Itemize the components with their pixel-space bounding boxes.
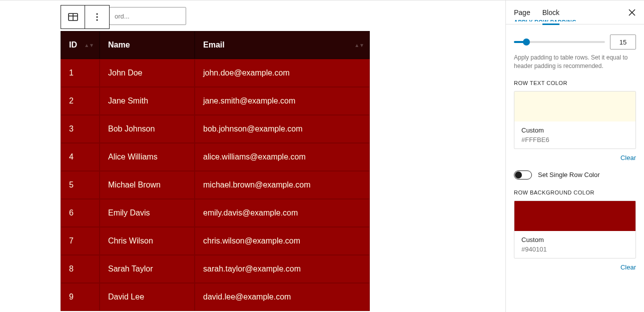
cell-name[interactable]: Michael Brown xyxy=(100,171,195,199)
cell-id[interactable]: 4 xyxy=(61,143,100,171)
svg-point-5 xyxy=(96,19,98,20)
cell-id[interactable]: 7 xyxy=(61,227,100,255)
cell-name[interactable]: Bob Johnson xyxy=(100,115,195,143)
row-padding-heading: APPLY ROW PADDING xyxy=(514,18,636,22)
col-header-id-label: ID xyxy=(69,40,77,49)
row-bg-color-hex: #940101 xyxy=(521,246,628,253)
table-row: 5Michael Brownmichael.brown@example.com xyxy=(61,171,370,199)
col-header-name-label: Name xyxy=(108,40,130,49)
row-text-color-meta: Custom #FFFBE6 xyxy=(514,122,635,148)
table-row: 7Chris Wilsonchris.wilson@example.com xyxy=(61,227,370,255)
table-row: 1John Doejohn.doe@example.com xyxy=(61,59,370,87)
custom-label: Custom xyxy=(521,236,628,244)
search-placeholder: ord... xyxy=(115,12,130,20)
row-bg-color-picker[interactable]: Custom #940101 xyxy=(514,200,636,258)
cell-email[interactable]: emily.davis@example.com xyxy=(195,199,370,227)
kebab-icon xyxy=(91,11,103,23)
svg-point-3 xyxy=(96,13,98,14)
close-icon xyxy=(627,8,637,18)
cell-name[interactable]: Sarah Taylor xyxy=(100,255,195,283)
table-row: 9David Leedavid.lee@example.com xyxy=(61,283,370,311)
cell-id[interactable]: 8 xyxy=(61,255,100,283)
row-padding-input[interactable]: 15 xyxy=(610,34,636,50)
row-bg-color-clear[interactable]: Clear xyxy=(620,264,636,271)
cell-id[interactable]: 5 xyxy=(61,171,100,199)
row-padding-help: Apply padding to table rows. Set it equa… xyxy=(514,54,636,71)
cell-name[interactable]: David Lee xyxy=(100,283,195,311)
block-toolbar xyxy=(61,5,110,29)
single-row-color-row: Set Single Row Color xyxy=(514,170,636,180)
cell-id[interactable]: 3 xyxy=(61,115,100,143)
row-padding-slider[interactable] xyxy=(514,41,605,43)
table-row: 8Sarah Taylorsarah.taylor@example.com xyxy=(61,255,370,283)
col-header-email-label: Email xyxy=(203,40,225,49)
cell-name[interactable]: Emily Davis xyxy=(100,199,195,227)
table-row: 6Emily Davisemily.davis@example.com xyxy=(61,199,370,227)
table-header-row: ID ▲▼ Name Email ▲▼ xyxy=(61,31,370,59)
cell-email[interactable]: sarah.taylor@example.com xyxy=(195,255,370,283)
row-padding-control: 15 xyxy=(514,34,636,50)
search-input[interactable]: ord... xyxy=(109,7,186,25)
panel-body: APPLY ROW PADDING 15 Apply padding to ta… xyxy=(506,22,644,288)
block-type-button[interactable] xyxy=(61,6,85,28)
slider-thumb[interactable] xyxy=(523,38,530,46)
col-header-name[interactable]: Name xyxy=(100,31,195,59)
row-text-color-picker[interactable]: Custom #FFFBE6 xyxy=(514,91,636,149)
col-header-id[interactable]: ID ▲▼ xyxy=(61,31,100,59)
settings-sidebar: Page Block APPLY ROW PADDING 15 Apply pa… xyxy=(505,0,644,312)
row-bg-color-label: ROW BACKGROUND COLOR xyxy=(514,190,636,196)
cell-name[interactable]: Alice Williams xyxy=(100,143,195,171)
editor-canvas: ord... ID ▲▼ Name Email ▲▼ 1John Doejohn… xyxy=(0,1,505,312)
table-body: 1John Doejohn.doe@example.com2Jane Smith… xyxy=(61,59,370,311)
col-header-email[interactable]: Email ▲▼ xyxy=(195,31,370,59)
cell-email[interactable]: michael.brown@example.com xyxy=(195,171,370,199)
cell-name[interactable]: Chris Wilson xyxy=(100,227,195,255)
row-text-color-hex: #FFFBE6 xyxy=(521,136,628,144)
row-bg-color-swatch xyxy=(514,201,635,231)
table-row: 2Jane Smithjane.smith@example.com xyxy=(61,87,370,115)
row-text-color-clear[interactable]: Clear xyxy=(620,154,636,162)
cell-email[interactable]: john.doe@example.com xyxy=(195,59,370,87)
table-row: 3Bob Johnsonbob.johnson@example.com xyxy=(61,115,370,143)
sort-icon: ▲▼ xyxy=(354,42,364,48)
cell-email[interactable]: bob.johnson@example.com xyxy=(195,115,370,143)
row-text-color-swatch xyxy=(514,92,635,122)
cell-email[interactable]: alice.williams@example.com xyxy=(195,143,370,171)
cell-email[interactable]: chris.wilson@example.com xyxy=(195,227,370,255)
cell-id[interactable]: 6 xyxy=(61,199,100,227)
table-row: 4Alice Williamsalice.williams@example.co… xyxy=(61,143,370,171)
data-table: ID ▲▼ Name Email ▲▼ 1John Doejohn.doe@ex… xyxy=(61,31,370,311)
row-text-color-label: ROW TEXT COLOR xyxy=(514,80,636,86)
cell-id[interactable]: 1 xyxy=(61,59,100,87)
sort-icon: ▲▼ xyxy=(84,42,94,48)
svg-point-4 xyxy=(96,16,98,18)
cell-id[interactable]: 2 xyxy=(61,87,100,115)
table-icon xyxy=(67,11,79,23)
custom-label: Custom xyxy=(521,126,628,134)
block-more-options-button[interactable] xyxy=(85,6,109,28)
cell-id[interactable]: 9 xyxy=(61,283,100,311)
cell-name[interactable]: Jane Smith xyxy=(100,87,195,115)
cell-name[interactable]: John Doe xyxy=(100,59,195,87)
single-row-color-toggle[interactable] xyxy=(514,170,532,180)
cell-email[interactable]: jane.smith@example.com xyxy=(195,87,370,115)
row-bg-color-meta: Custom #940101 xyxy=(514,231,635,258)
cell-email[interactable]: david.lee@example.com xyxy=(195,283,370,311)
single-row-color-label: Set Single Row Color xyxy=(538,171,600,178)
